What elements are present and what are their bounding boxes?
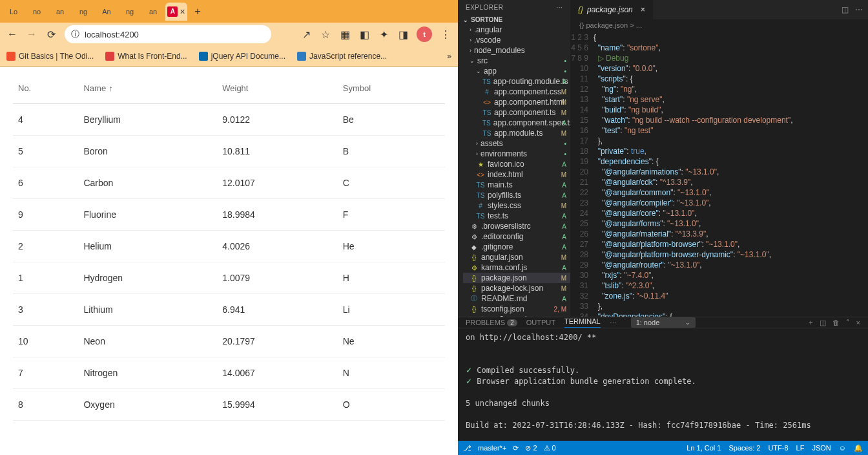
close-icon[interactable]: × xyxy=(180,6,185,17)
browser-tab[interactable]: An xyxy=(96,3,118,21)
tree-node[interactable]: {}tsconfig.app.jsonA xyxy=(463,314,570,317)
tree-node[interactable]: {}package-lock.jsonM xyxy=(463,283,570,293)
errors[interactable]: ⊘ 2 xyxy=(525,444,537,452)
more-icon[interactable]: ⋯ xyxy=(855,5,863,14)
col-symbol[interactable]: Symbol xyxy=(338,73,445,104)
col-no[interactable]: No. xyxy=(13,73,78,104)
tree-node[interactable]: <>index.htmlM xyxy=(463,169,570,180)
more-icon[interactable]: ⋯ xyxy=(610,319,617,327)
browser-tab[interactable]: ng xyxy=(72,3,94,21)
address-bar[interactable]: ⓘ localhost:4200 xyxy=(65,25,271,43)
branch-icon[interactable]: ⎇ xyxy=(463,444,471,452)
tree-node[interactable]: {}tsconfig.json2, M xyxy=(463,304,570,314)
tree-node[interactable]: TSpolyfills.tsA xyxy=(463,190,570,200)
tab-terminal[interactable]: TERMINAL xyxy=(564,317,601,328)
tree-node[interactable]: ⓘREADME.mdA xyxy=(463,293,570,304)
file-name: tsconfig.json xyxy=(481,304,524,313)
tree-node[interactable]: TSapp.module.tsM xyxy=(463,128,570,138)
bell-icon[interactable]: 🔔 xyxy=(854,444,863,452)
tab-output[interactable]: OUTPUT xyxy=(526,319,555,326)
tree-node[interactable]: ›environments• xyxy=(463,149,570,159)
forward-icon[interactable]: → xyxy=(26,28,37,40)
bookmark[interactable]: Git Basics | The Odi... xyxy=(6,52,94,61)
indent[interactable]: Spaces: 2 xyxy=(728,444,760,452)
language[interactable]: JSON xyxy=(812,444,831,452)
trash-icon[interactable]: 🗑 xyxy=(832,319,840,327)
menu-icon[interactable]: ⋮ xyxy=(440,28,451,40)
tab-problems[interactable]: PROBLEMS 2 xyxy=(466,319,517,326)
feedback-icon[interactable]: ☺ xyxy=(839,444,846,452)
cell-weight: 14.0067 xyxy=(217,357,338,389)
puzzle-icon[interactable]: ✦ xyxy=(378,28,389,40)
more-icon[interactable]: ⋯ xyxy=(556,4,563,11)
star-icon[interactable]: ☆ xyxy=(320,28,331,40)
split-icon[interactable]: ◫ xyxy=(842,5,849,14)
table-row: 7Nitrogen14.0067N xyxy=(13,357,445,389)
tree-node[interactable]: {}package.jsonM xyxy=(463,273,570,283)
tree-node[interactable]: ›.vscode xyxy=(463,35,570,45)
browser-tab[interactable]: Lo xyxy=(3,3,25,21)
tree-node[interactable]: <>app.component.htmlM xyxy=(463,97,570,107)
close-icon[interactable]: × xyxy=(856,319,860,327)
panel-icon[interactable]: ◨ xyxy=(397,28,409,40)
avatar[interactable]: t xyxy=(417,26,432,42)
tree-node[interactable]: ⚙karma.conf.jsA xyxy=(463,262,570,273)
bookmark-label: jQuery API Docume... xyxy=(211,52,285,61)
share-icon[interactable]: ↗ xyxy=(300,28,312,40)
file-name: app.component.html xyxy=(494,98,564,107)
extension-icon[interactable]: ◧ xyxy=(358,28,370,40)
bookmark[interactable]: What Is Front-End... xyxy=(105,52,187,61)
warnings[interactable]: ⚠ 0 xyxy=(544,444,556,452)
minimap[interactable] xyxy=(823,31,868,317)
scm-badge: M xyxy=(561,109,566,116)
tree-node[interactable]: ⚙.editorconfigA xyxy=(463,231,570,242)
file-name: .angular xyxy=(474,25,502,34)
new-terminal-icon[interactable]: + xyxy=(809,319,812,327)
tree-node[interactable]: ◆.gitignoreA xyxy=(463,242,570,252)
cursor-pos[interactable]: Ln 1, Col 1 xyxy=(687,444,721,452)
browser-tab-active[interactable]: A × xyxy=(165,3,187,21)
encoding[interactable]: UTF-8 xyxy=(768,444,788,452)
close-icon[interactable]: × xyxy=(641,5,645,14)
tree-node[interactable]: TSapp.component.tsM xyxy=(463,107,570,118)
new-tab-button[interactable]: + xyxy=(189,6,207,17)
cell-weight: 15.9994 xyxy=(217,389,338,421)
bookmark[interactable]: jQuery API Docume... xyxy=(199,52,285,61)
tree-node[interactable]: #styles.cssM xyxy=(463,200,570,211)
overflow-icon[interactable]: » xyxy=(447,52,451,61)
tree-node[interactable]: TSmain.tsA xyxy=(463,180,570,190)
col-weight[interactable]: Weight xyxy=(217,73,338,104)
tree-node[interactable]: ★favicon.icoA xyxy=(463,159,570,169)
tree-node[interactable]: #app.component.cssM xyxy=(463,87,570,97)
tree-node[interactable]: TStest.tsA xyxy=(463,211,570,221)
terminal-output[interactable]: on http://localhost:4200/ **✓ Compiled s… xyxy=(458,328,868,455)
apps-icon[interactable]: ▦ xyxy=(339,28,351,40)
split-terminal-icon[interactable]: ◫ xyxy=(820,319,826,327)
tree-node[interactable]: TSapp.component.spec.tsA xyxy=(463,118,570,128)
code-area[interactable]: 1 2 3 4 5 6 7 8 9 10 11 12 13 14 15 16 1… xyxy=(570,31,868,317)
breadcrumb[interactable]: {} package.json > ... xyxy=(570,19,868,31)
browser-tab[interactable]: ng xyxy=(119,3,141,21)
back-icon[interactable]: ← xyxy=(6,28,18,40)
tree-node[interactable]: ›.angular xyxy=(463,25,570,35)
browser-tab[interactable]: an xyxy=(49,3,71,21)
tree-node[interactable]: ⌄src• xyxy=(463,56,570,66)
tree-node[interactable]: TSapp-routing.module.tsA xyxy=(463,76,570,87)
col-name[interactable]: Name↑ xyxy=(78,73,217,104)
tree-node[interactable]: ›assets• xyxy=(463,138,570,149)
tree-node[interactable]: ⌄app• xyxy=(463,66,570,76)
project-section[interactable]: ⌄SORTONE xyxy=(458,15,570,25)
chevron-up-icon[interactable]: ˄ xyxy=(846,319,850,327)
browser-tab[interactable]: no xyxy=(26,3,48,21)
sync-icon[interactable]: ⟳ xyxy=(513,444,519,452)
bookmark[interactable]: JavaScript reference... xyxy=(297,52,387,61)
reload-icon[interactable]: ⟳ xyxy=(45,28,57,40)
tree-node[interactable]: {}angular.jsonM xyxy=(463,252,570,262)
branch-name[interactable]: master*+ xyxy=(478,444,506,452)
tree-node[interactable]: ›node_modules xyxy=(463,45,570,56)
tree-node[interactable]: ⚙.browserslistrcA xyxy=(463,221,570,231)
browser-tab[interactable]: an xyxy=(142,3,164,21)
editor-tab[interactable]: {} package.json × xyxy=(570,0,653,19)
terminal-selector[interactable]: 1: node⌄ xyxy=(631,317,696,328)
eol[interactable]: LF xyxy=(796,444,805,452)
